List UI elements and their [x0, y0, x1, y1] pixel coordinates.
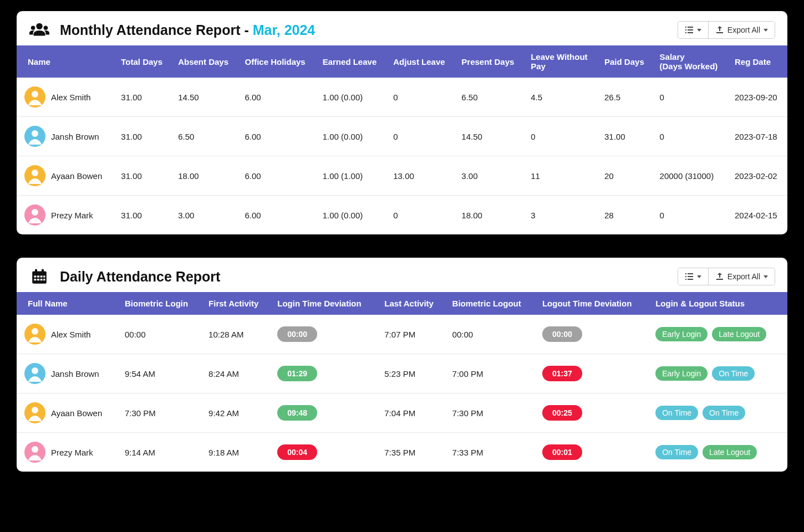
cell: 31.00 — [115, 156, 172, 196]
cell: 00:00 — [119, 315, 203, 354]
columns-menu-button[interactable] — [678, 22, 708, 38]
table-row: Jansh Brown9:54 AM8:24 AM01:295:23 PM7:0… — [17, 354, 787, 393]
cell: 28 — [599, 196, 654, 235]
cell: Prezy Mark — [17, 433, 119, 472]
svg-rect-32 — [688, 276, 693, 277]
cell: 6.50 — [456, 78, 525, 117]
cell: Early LoginLate Logout — [650, 315, 787, 354]
column-header[interactable]: Login & Logout Status — [650, 292, 787, 315]
cell: 3.00 — [456, 156, 525, 196]
column-header[interactable]: Present Days — [456, 45, 525, 78]
cell: 7:07 PM — [379, 315, 446, 354]
chevron-down-icon — [764, 275, 768, 278]
svg-point-37 — [32, 328, 38, 335]
column-header[interactable]: Office Holidays — [239, 45, 317, 78]
avatar — [24, 442, 45, 463]
monthly-title-period: Mar, 2024 — [253, 22, 316, 38]
cell: 4.5 — [525, 78, 599, 117]
cell: 01:37 — [537, 354, 650, 393]
cell: Alex Smith — [17, 78, 115, 117]
list-icon — [685, 25, 694, 34]
svg-point-39 — [32, 367, 38, 374]
export-icon — [715, 25, 724, 34]
logout-deviation-pill: 00:25 — [542, 405, 582, 421]
cell: 00:00 — [272, 315, 379, 354]
svg-rect-6 — [688, 29, 693, 30]
logout-deviation-pill: 00:00 — [542, 326, 582, 342]
employee-name: Prezy Mark — [51, 448, 93, 457]
svg-rect-7 — [685, 32, 686, 33]
column-header[interactable]: Login Time Deviation — [272, 292, 379, 315]
cell: 6.00 — [239, 196, 317, 235]
daily-attendance-card: Daily Attendance Report Export All — [17, 258, 787, 472]
column-header[interactable]: Name — [17, 45, 115, 78]
svg-rect-25 — [34, 279, 36, 280]
svg-rect-35 — [716, 279, 723, 280]
columns-menu-button[interactable] — [678, 268, 708, 285]
column-header[interactable]: Absent Days — [172, 45, 239, 78]
cell: 6.50 — [172, 117, 239, 156]
status-pill: Early Login — [655, 327, 708, 341]
svg-rect-24 — [43, 275, 45, 277]
cell: 3 — [525, 196, 599, 235]
users-icon — [29, 21, 50, 39]
cell: Early LoginOn Time — [650, 354, 787, 393]
cell: 9:42 AM — [203, 393, 272, 433]
svg-rect-5 — [685, 29, 686, 30]
column-header[interactable]: Logout Time Deviation — [537, 292, 650, 315]
cell: 7:35 PM — [379, 433, 446, 472]
daily-card-header: Daily Attendance Report Export All — [17, 258, 787, 292]
cell: Jansh Brown — [17, 354, 119, 393]
cell: 13.00 — [388, 156, 456, 196]
svg-rect-21 — [34, 275, 36, 277]
cell: 6.00 — [239, 117, 317, 156]
column-header[interactable]: Biometric Logout — [447, 292, 537, 315]
status-pill: On Time — [655, 445, 698, 459]
status-pill: On Time — [655, 406, 698, 420]
cell: On TimeLate Logout — [650, 433, 787, 472]
column-header[interactable]: First Activity — [203, 292, 272, 315]
cell: 1.00 (1.00) — [317, 156, 388, 196]
cell: 00:25 — [537, 393, 650, 433]
cell: 2023-02-02 — [729, 156, 787, 196]
export-all-button[interactable]: Export All — [708, 268, 775, 285]
cell: 0 — [388, 117, 456, 156]
cell: 26.5 — [599, 78, 654, 117]
column-header[interactable]: Leave WithoutPay — [525, 45, 599, 78]
svg-rect-9 — [716, 32, 723, 33]
column-header[interactable]: Salary(Days Worked) — [654, 45, 729, 78]
monthly-title: Monthly Attendance Report - Mar, 2024 — [60, 22, 315, 38]
cell: 9:54 AM — [119, 354, 203, 393]
svg-rect-31 — [685, 276, 686, 277]
svg-point-17 — [32, 209, 38, 216]
cell: Ayaan Bowen — [17, 393, 119, 433]
cell: 1.00 (0.00) — [317, 117, 388, 156]
svg-point-1 — [31, 25, 35, 30]
login-deviation-pill: 00:04 — [277, 444, 317, 460]
column-header[interactable]: Earned Leave — [317, 45, 388, 78]
chevron-down-icon — [697, 275, 701, 278]
svg-rect-33 — [685, 279, 686, 280]
column-header[interactable]: Adjust Leave — [388, 45, 456, 78]
logout-deviation-pill: 00:01 — [542, 444, 582, 460]
cell: 10:28 AM — [203, 315, 272, 354]
monthly-title-prefix: Monthly Attendance Report - — [60, 22, 253, 38]
cell: Prezy Mark — [17, 196, 115, 235]
cell: 7:30 PM — [119, 393, 203, 433]
svg-rect-8 — [688, 32, 693, 33]
svg-rect-23 — [40, 275, 43, 277]
cell: 18.00 — [456, 196, 525, 235]
cell: 00:04 — [272, 433, 379, 472]
cell: 2023-07-18 — [729, 117, 787, 156]
column-header[interactable]: Total Days — [115, 45, 172, 78]
column-header[interactable]: Reg Date — [729, 45, 787, 78]
cell: 01:29 — [272, 354, 379, 393]
svg-point-11 — [32, 91, 38, 98]
column-header[interactable]: Last Activity — [379, 292, 446, 315]
export-all-button[interactable]: Export All — [708, 22, 775, 38]
column-header[interactable]: Biometric Login — [119, 292, 203, 315]
table-row: Jansh Brown31.006.506.001.00 (0.00)014.5… — [17, 117, 787, 156]
cell: 0 — [654, 196, 729, 235]
column-header[interactable]: Paid Days — [599, 45, 654, 78]
column-header[interactable]: Full Name — [17, 292, 119, 315]
